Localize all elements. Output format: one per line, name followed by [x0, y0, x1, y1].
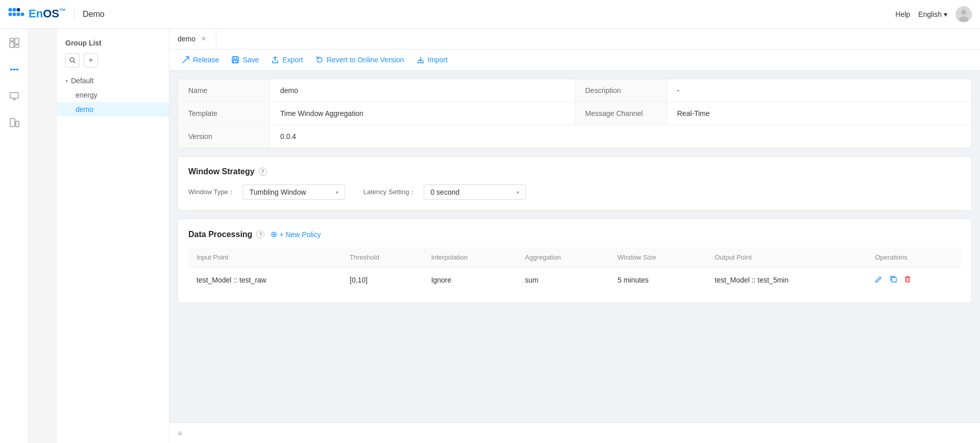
data-processing-title: Data Processing ? [188, 230, 264, 239]
toolbar: Release Save Export Revert to Online Ver… [169, 50, 980, 71]
bottom-bar: ≡ [169, 423, 980, 443]
sidebar-title: Group List [57, 35, 169, 53]
copy-button[interactable] [889, 275, 897, 285]
svg-point-2 [17, 8, 20, 12]
version-value: 0.0.4 [270, 125, 971, 148]
cell-threshold: [0,10] [341, 268, 423, 293]
tab-demo-label: demo [178, 35, 195, 43]
top-header: EnOS™ Demo Help English ▾ [0, 0, 980, 29]
data-processing-header: Data Processing ? ⊕ + New Policy [188, 229, 961, 239]
data-processing-section: Data Processing ? ⊕ + New Policy Input P… [178, 219, 972, 303]
header-logo: EnOS™ [8, 7, 66, 20]
nav-streams-button[interactable] [0, 57, 29, 82]
import-icon [416, 56, 425, 64]
sidebar-item-demo[interactable]: demo [57, 102, 169, 116]
sidebar-toolbar: + [57, 53, 169, 74]
message-channel-label: Message Channel [575, 102, 667, 125]
cell-operations [867, 268, 961, 293]
revert-icon [315, 56, 324, 64]
revert-button[interactable]: Revert to Online Version [315, 54, 404, 66]
window-strategy-title: Window Strategy ? [188, 167, 961, 176]
save-icon [231, 56, 239, 64]
description-label: Description [575, 79, 667, 102]
collapse-arrow-icon: ▾ [65, 78, 68, 84]
logo-text: EnOS™ [29, 7, 66, 20]
tabs-bar: demo ✕ [169, 29, 980, 50]
svg-point-8 [959, 16, 968, 21]
monitor-icon [9, 91, 19, 101]
bottom-menu-icon[interactable]: ≡ [178, 429, 182, 437]
window-type-label: Window Type： [188, 188, 235, 197]
svg-point-6 [21, 13, 24, 16]
user-avatar[interactable] [955, 6, 972, 22]
new-policy-plus-icon: ⊕ [271, 229, 277, 239]
latency-select[interactable]: 0 second ▾ [424, 184, 526, 200]
cell-interpolation: Ignore [423, 268, 517, 293]
col-output-point: Output Point [706, 247, 867, 268]
window-strategy-section: Window Strategy ? Window Type： Tumbling … [178, 156, 972, 211]
header-divider [74, 8, 75, 20]
nav-dashboard-button[interactable] [0, 31, 29, 55]
info-row-name: Name demo Description - [178, 79, 971, 102]
group-default-label: Default [71, 77, 93, 85]
svg-rect-24 [905, 277, 910, 282]
main-wrapper: Group List + ▾ Default energy demo demo … [57, 29, 980, 443]
group-default[interactable]: ▾ Default [57, 74, 169, 88]
info-row-version: Version 0.0.4 [178, 125, 971, 148]
svg-point-0 [9, 8, 12, 12]
svg-point-3 [9, 13, 12, 16]
streams-icon [9, 64, 19, 75]
export-button[interactable]: Export [271, 54, 303, 66]
svg-point-4 [13, 13, 16, 16]
save-button[interactable]: Save [231, 54, 259, 66]
language-selector[interactable]: English ▾ [918, 10, 947, 18]
export-icon [271, 56, 279, 64]
add-icon: + [88, 56, 93, 65]
svg-point-5 [17, 13, 20, 16]
svg-point-1 [13, 8, 16, 12]
sidebar-item-energy[interactable]: energy [57, 88, 169, 102]
version-label: Version [178, 125, 270, 148]
svg-rect-16 [10, 92, 18, 98]
sidebar-search-button[interactable] [65, 53, 80, 67]
cell-aggregation: sum [517, 268, 609, 293]
template-label: Template [178, 102, 270, 125]
help-link[interactable]: Help [895, 10, 910, 18]
new-policy-button[interactable]: ⊕ + New Policy [271, 229, 321, 239]
edit-button[interactable] [875, 275, 883, 285]
svg-point-14 [13, 68, 15, 71]
col-aggregation: Aggregation [517, 247, 609, 268]
template-value: Time Window Aggregation [270, 102, 575, 125]
data-processing-table: Input Point Threshold Interpolation Aggr… [188, 247, 961, 292]
svg-rect-18 [16, 121, 19, 127]
nav-monitor-button[interactable] [0, 84, 29, 108]
window-type-chevron-icon: ▾ [336, 190, 338, 195]
svg-rect-21 [234, 57, 237, 59]
window-type-select[interactable]: Tumbling Window ▾ [243, 184, 345, 200]
table-row: test_Model :: test_raw [0,10] Ignore sum… [188, 268, 961, 293]
table-header: Input Point Threshold Interpolation Aggr… [188, 247, 961, 268]
svg-point-7 [961, 10, 966, 15]
tab-close-button[interactable]: ✕ [200, 35, 208, 43]
cell-output-point: test_Model :: test_5min [706, 268, 867, 293]
delete-button[interactable] [903, 275, 912, 285]
import-button[interactable]: Import [416, 54, 448, 66]
svg-point-13 [10, 68, 12, 71]
sidebar-add-button[interactable]: + [84, 53, 98, 67]
svg-rect-17 [10, 119, 15, 127]
data-processing-help-icon[interactable]: ? [256, 230, 264, 239]
name-value: demo [270, 79, 575, 102]
device-icon [9, 118, 19, 128]
info-row-template: Template Time Window Aggregation Message… [178, 102, 971, 125]
window-strategy-help-icon[interactable]: ? [259, 168, 267, 176]
avatar-icon [957, 7, 971, 21]
description-value: - [667, 79, 972, 102]
cell-input-point: test_Model :: test_raw [188, 268, 341, 293]
col-threshold: Threshold [341, 247, 423, 268]
release-button[interactable]: Release [182, 54, 219, 66]
sidebar: Group List + ▾ Default energy demo [57, 29, 169, 443]
tab-demo[interactable]: demo ✕ [169, 29, 216, 49]
release-icon [182, 56, 190, 64]
col-window-size: Window Size [609, 247, 706, 268]
nav-device-button[interactable] [0, 110, 29, 135]
